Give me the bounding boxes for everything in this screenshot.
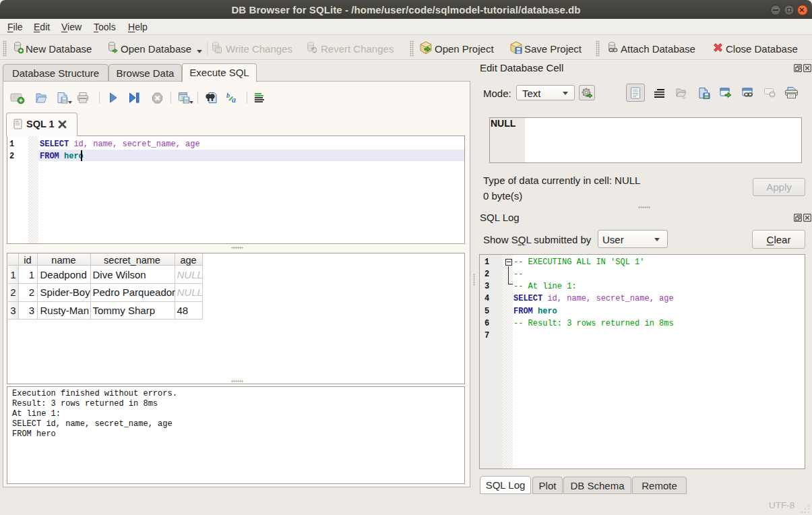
svg-text:a: a — [232, 95, 236, 104]
svg-text:b: b — [226, 92, 230, 99]
